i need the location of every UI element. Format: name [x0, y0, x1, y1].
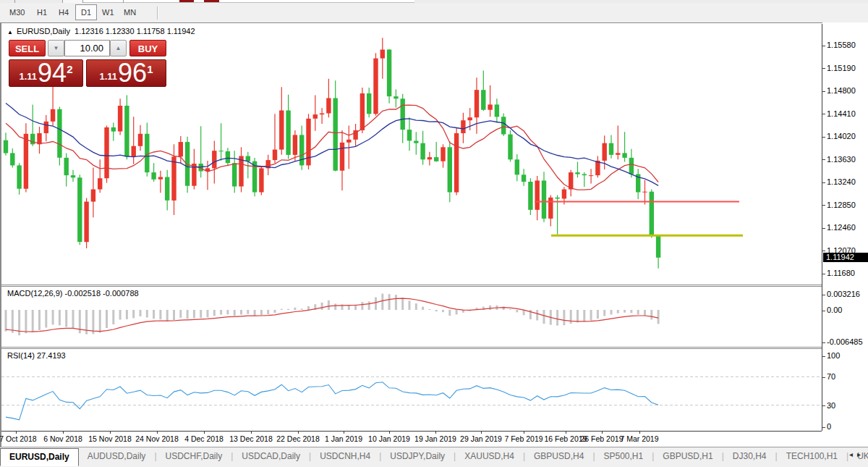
macd-label: MACD(12,26,9) -0.002518 -0.000788 [7, 289, 139, 298]
collapse-triangle-icon[interactable]: ▲ [7, 29, 13, 35]
price-axis-label: 1.13630 [822, 155, 856, 164]
price-axis-label: 1.14800 [822, 86, 856, 95]
price-axis-label: 1.11680 [822, 269, 855, 277]
bid-prefix: 1.11 [20, 70, 38, 84]
chart-tab-gbpusdh4[interactable]: GBPUSD,H4 [525, 449, 592, 464]
chart-tab-xauusdh4[interactable]: XAUUSD,H4 [456, 449, 523, 464]
bid-big-digits: 94 [38, 62, 67, 84]
date-axis-label: 19 Jan 2019 [414, 434, 456, 443]
date-axis: 27 Oct 20186 Nov 201815 Nov 201824 Nov 2… [1, 431, 822, 447]
panel-separator[interactable] [1, 285, 867, 285]
chart-tab-usdcnhh4[interactable]: USDCNH,H4 [311, 449, 379, 464]
price-axis-label: 1.15190 [822, 64, 856, 72]
chart-tab-tech100h1[interactable]: TECH100,H1 [778, 449, 846, 464]
date-axis-label: 29 Jan 2019 [460, 434, 502, 443]
tab-scroll-right-icon[interactable]: ▸ [857, 450, 865, 458]
chart-tab-usdcaddaily[interactable]: USDCAD,Daily [233, 449, 309, 464]
date-axis-label: 13 Dec 2018 [229, 434, 273, 443]
buy-button[interactable]: BUY [129, 40, 166, 56]
date-tick [16, 432, 17, 434]
date-axis-label: 1 Jan 2019 [325, 434, 362, 443]
clipped-red-button [204, 0, 219, 2]
date-tick [298, 432, 299, 434]
chart-tab-eurusddaily[interactable]: EURUSD,Daily [0, 448, 79, 466]
timeframe-button-h1[interactable]: H1 [32, 5, 52, 20]
chart-tab-gbpusdh1[interactable]: GBPUSD,H1 [654, 449, 721, 464]
date-tick [435, 432, 436, 434]
timeframe-button-m30[interactable]: M30 [4, 5, 30, 20]
chart-tab-bar: EURUSD,DailyAUDUSD,Daily|USDCHF,Daily|US… [0, 447, 868, 467]
date-axis-label: 4 Dec 2018 [184, 434, 224, 443]
bid-pipette: 2 [67, 65, 72, 74]
date-tick [63, 432, 64, 434]
date-axis-label: 10 Jan 2019 [368, 434, 410, 443]
rsi-label: RSI(14) 27.4193 [7, 351, 66, 360]
tab-scroll-left-icon[interactable]: ◂ [849, 450, 857, 458]
date-axis-label: 24 Nov 2018 [135, 434, 179, 443]
toolbar-separator [157, 7, 158, 20]
chart-tab-sp500h1[interactable]: SP500,H1 [595, 449, 652, 464]
ask-price-button[interactable]: 1.11 96 1 [86, 59, 166, 87]
date-axis-label: 26 Feb 2019 [581, 434, 624, 443]
date-axis-line [1, 431, 822, 432]
timeframe-toolbar: M30H1H4D1W1MN [0, 3, 868, 23]
chart-tab-usdchfdaily[interactable]: USDCHF,Daily [157, 449, 231, 464]
ask-big-digits: 96 [118, 62, 147, 84]
ask-pipette: 1 [147, 65, 153, 74]
date-axis-label: 22 Dec 2018 [276, 434, 320, 443]
clipped-red-button [179, 0, 194, 2]
price-axis-label: 1.13240 [822, 177, 856, 186]
date-tick [344, 432, 344, 434]
rsi-axis-label: 30 [822, 401, 835, 410]
mt4-terminal: M30H1H4D1W1MN 1.155801.151901.148001.144… [0, 0, 868, 467]
date-tick [204, 432, 205, 434]
timeframe-button-mn[interactable]: MN [119, 5, 141, 20]
current-price-tag: 1.11942 [823, 253, 868, 262]
timeframe-button-d1[interactable]: D1 [75, 4, 97, 20]
tab-scroll-arrows: ◂▸ [849, 450, 865, 458]
date-axis-label: 7 Mar 2019 [620, 434, 658, 443]
date-tick [110, 432, 111, 434]
date-tick [602, 432, 603, 434]
date-axis-label: 27 Oct 2018 [0, 434, 37, 443]
volume-decrease-button[interactable]: ▼ [48, 40, 64, 56]
date-tick [251, 432, 252, 434]
date-tick [639, 432, 640, 434]
price-axis-label: 1.12850 [822, 201, 856, 209]
macd-axis-label: -0.006485 [822, 337, 863, 346]
rsi-indicator-panel[interactable] [1, 349, 822, 431]
date-tick [524, 432, 524, 434]
timeframe-button-h4[interactable]: H4 [54, 5, 74, 20]
date-axis-label: 7 Feb 2019 [504, 434, 542, 443]
date-tick [566, 432, 566, 434]
volume-increase-button[interactable]: ▲ [110, 40, 127, 56]
price-axis-label: 1.14410 [822, 109, 856, 118]
price-axis-label: 1.15580 [822, 41, 856, 49]
volume-input[interactable]: 10.00 [64, 40, 110, 56]
rsi-axis-label: 100 [822, 351, 840, 360]
date-axis-label: 6 Nov 2018 [43, 434, 82, 443]
rsi-axis-label: 0 [822, 422, 831, 431]
date-tick [389, 432, 390, 434]
macd-axis-label: 0.00 [822, 306, 842, 314]
bid-price-button[interactable]: 1.11 94 2 [9, 59, 83, 87]
chart-tab-audusddaily[interactable]: AUDUSD,Daily [79, 449, 155, 464]
price-axis-label: 1.12460 [822, 223, 856, 232]
timeframe-button-w1[interactable]: W1 [97, 5, 119, 20]
date-axis-label: 15 Nov 2018 [88, 434, 132, 443]
panel-separator[interactable] [1, 347, 867, 348]
rsi-axis-label: 70 [822, 372, 835, 381]
ask-prefix: 1.11 [100, 70, 118, 84]
price-axis: 1.155801.151901.148001.144101.140201.136… [822, 22, 868, 447]
date-tick [481, 432, 482, 434]
chart-header: ▲EURUSD,Daily 1.12316 1.12330 1.11758 1.… [7, 27, 195, 35]
sell-button[interactable]: SELL [9, 40, 46, 56]
chart-tab-usdjpydaily[interactable]: USDJPY,Daily [381, 449, 454, 464]
chart-tab-dj30h4[interactable]: DJ30,H4 [724, 449, 775, 464]
macd-axis-label: 0.003216 [822, 290, 860, 298]
chart-symbol-label: EURUSD,Daily [17, 27, 70, 35]
chart-ohlc-values: 1.12316 1.12330 1.11758 1.11942 [75, 27, 195, 35]
date-tick [157, 432, 158, 434]
price-axis-label: 1.14020 [822, 132, 856, 140]
